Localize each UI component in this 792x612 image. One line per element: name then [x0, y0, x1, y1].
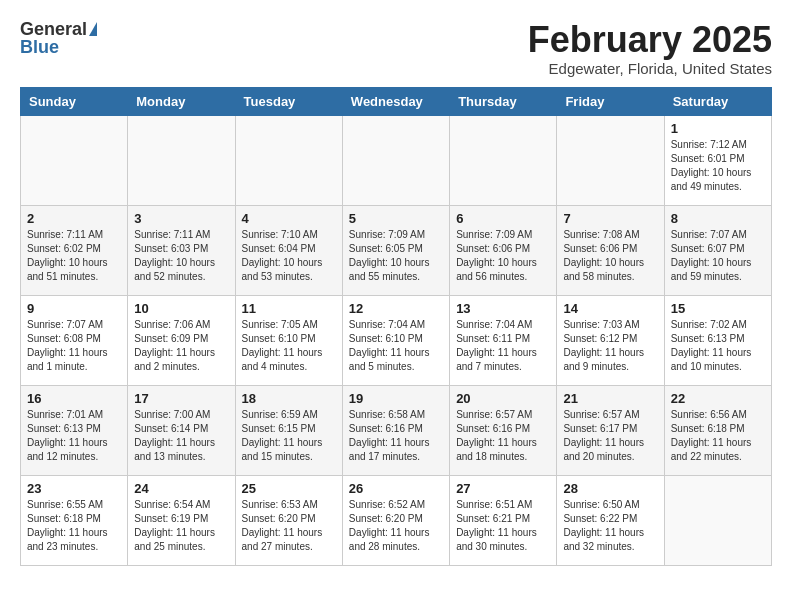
day-info: Sunrise: 6:58 AMSunset: 6:16 PMDaylight:…	[349, 408, 443, 464]
day-number: 22	[671, 391, 765, 406]
calendar-table: SundayMondayTuesdayWednesdayThursdayFrid…	[20, 87, 772, 566]
calendar-cell: 9Sunrise: 7:07 AMSunset: 6:08 PMDaylight…	[21, 295, 128, 385]
day-number: 17	[134, 391, 228, 406]
calendar-cell: 11Sunrise: 7:05 AMSunset: 6:10 PMDayligh…	[235, 295, 342, 385]
calendar-cell: 16Sunrise: 7:01 AMSunset: 6:13 PMDayligh…	[21, 385, 128, 475]
calendar-title: February 2025	[528, 20, 772, 60]
calendar-cell	[664, 475, 771, 565]
day-info: Sunrise: 6:52 AMSunset: 6:20 PMDaylight:…	[349, 498, 443, 554]
calendar-cell: 4Sunrise: 7:10 AMSunset: 6:04 PMDaylight…	[235, 205, 342, 295]
logo-general-text: General	[20, 20, 87, 38]
day-number: 3	[134, 211, 228, 226]
calendar-cell: 20Sunrise: 6:57 AMSunset: 6:16 PMDayligh…	[450, 385, 557, 475]
calendar-cell: 6Sunrise: 7:09 AMSunset: 6:06 PMDaylight…	[450, 205, 557, 295]
day-info: Sunrise: 7:04 AMSunset: 6:11 PMDaylight:…	[456, 318, 550, 374]
day-number: 4	[242, 211, 336, 226]
day-info: Sunrise: 6:56 AMSunset: 6:18 PMDaylight:…	[671, 408, 765, 464]
calendar-cell: 1Sunrise: 7:12 AMSunset: 6:01 PMDaylight…	[664, 115, 771, 205]
calendar-week-row: 9Sunrise: 7:07 AMSunset: 6:08 PMDaylight…	[21, 295, 772, 385]
day-info: Sunrise: 6:51 AMSunset: 6:21 PMDaylight:…	[456, 498, 550, 554]
day-number: 26	[349, 481, 443, 496]
day-info: Sunrise: 7:02 AMSunset: 6:13 PMDaylight:…	[671, 318, 765, 374]
day-info: Sunrise: 7:08 AMSunset: 6:06 PMDaylight:…	[563, 228, 657, 284]
calendar-cell	[128, 115, 235, 205]
calendar-cell: 15Sunrise: 7:02 AMSunset: 6:13 PMDayligh…	[664, 295, 771, 385]
day-info: Sunrise: 6:54 AMSunset: 6:19 PMDaylight:…	[134, 498, 228, 554]
day-info: Sunrise: 7:11 AMSunset: 6:02 PMDaylight:…	[27, 228, 121, 284]
day-info: Sunrise: 6:55 AMSunset: 6:18 PMDaylight:…	[27, 498, 121, 554]
day-number: 13	[456, 301, 550, 316]
logo-triangle-icon	[89, 22, 97, 36]
day-info: Sunrise: 7:07 AMSunset: 6:08 PMDaylight:…	[27, 318, 121, 374]
calendar-cell: 5Sunrise: 7:09 AMSunset: 6:05 PMDaylight…	[342, 205, 449, 295]
day-number: 10	[134, 301, 228, 316]
calendar-cell: 10Sunrise: 7:06 AMSunset: 6:09 PMDayligh…	[128, 295, 235, 385]
day-info: Sunrise: 7:07 AMSunset: 6:07 PMDaylight:…	[671, 228, 765, 284]
day-number: 15	[671, 301, 765, 316]
day-info: Sunrise: 6:50 AMSunset: 6:22 PMDaylight:…	[563, 498, 657, 554]
calendar-cell: 22Sunrise: 6:56 AMSunset: 6:18 PMDayligh…	[664, 385, 771, 475]
weekday-header-wednesday: Wednesday	[342, 87, 449, 115]
calendar-header: SundayMondayTuesdayWednesdayThursdayFrid…	[21, 87, 772, 115]
calendar-week-row: 2Sunrise: 7:11 AMSunset: 6:02 PMDaylight…	[21, 205, 772, 295]
day-info: Sunrise: 7:04 AMSunset: 6:10 PMDaylight:…	[349, 318, 443, 374]
page-header: General Blue February 2025 Edgewater, Fl…	[20, 20, 772, 77]
day-info: Sunrise: 7:00 AMSunset: 6:14 PMDaylight:…	[134, 408, 228, 464]
day-number: 20	[456, 391, 550, 406]
day-info: Sunrise: 7:10 AMSunset: 6:04 PMDaylight:…	[242, 228, 336, 284]
calendar-cell: 27Sunrise: 6:51 AMSunset: 6:21 PMDayligh…	[450, 475, 557, 565]
day-number: 25	[242, 481, 336, 496]
day-number: 7	[563, 211, 657, 226]
day-number: 28	[563, 481, 657, 496]
calendar-cell: 14Sunrise: 7:03 AMSunset: 6:12 PMDayligh…	[557, 295, 664, 385]
day-info: Sunrise: 6:57 AMSunset: 6:16 PMDaylight:…	[456, 408, 550, 464]
title-block: February 2025 Edgewater, Florida, United…	[528, 20, 772, 77]
calendar-cell: 26Sunrise: 6:52 AMSunset: 6:20 PMDayligh…	[342, 475, 449, 565]
day-number: 11	[242, 301, 336, 316]
calendar-body: 1Sunrise: 7:12 AMSunset: 6:01 PMDaylight…	[21, 115, 772, 565]
calendar-subtitle: Edgewater, Florida, United States	[528, 60, 772, 77]
calendar-week-row: 16Sunrise: 7:01 AMSunset: 6:13 PMDayligh…	[21, 385, 772, 475]
logo-blue-text: Blue	[20, 38, 59, 56]
day-number: 19	[349, 391, 443, 406]
weekday-header-tuesday: Tuesday	[235, 87, 342, 115]
day-number: 9	[27, 301, 121, 316]
calendar-week-row: 1Sunrise: 7:12 AMSunset: 6:01 PMDaylight…	[21, 115, 772, 205]
weekday-header-thursday: Thursday	[450, 87, 557, 115]
day-number: 5	[349, 211, 443, 226]
day-info: Sunrise: 6:59 AMSunset: 6:15 PMDaylight:…	[242, 408, 336, 464]
day-info: Sunrise: 6:53 AMSunset: 6:20 PMDaylight:…	[242, 498, 336, 554]
day-info: Sunrise: 7:09 AMSunset: 6:05 PMDaylight:…	[349, 228, 443, 284]
calendar-cell: 19Sunrise: 6:58 AMSunset: 6:16 PMDayligh…	[342, 385, 449, 475]
day-info: Sunrise: 6:57 AMSunset: 6:17 PMDaylight:…	[563, 408, 657, 464]
day-number: 23	[27, 481, 121, 496]
calendar-cell	[450, 115, 557, 205]
day-number: 27	[456, 481, 550, 496]
calendar-cell: 7Sunrise: 7:08 AMSunset: 6:06 PMDaylight…	[557, 205, 664, 295]
day-number: 21	[563, 391, 657, 406]
day-info: Sunrise: 7:05 AMSunset: 6:10 PMDaylight:…	[242, 318, 336, 374]
day-info: Sunrise: 7:03 AMSunset: 6:12 PMDaylight:…	[563, 318, 657, 374]
calendar-cell: 25Sunrise: 6:53 AMSunset: 6:20 PMDayligh…	[235, 475, 342, 565]
day-number: 18	[242, 391, 336, 406]
calendar-week-row: 23Sunrise: 6:55 AMSunset: 6:18 PMDayligh…	[21, 475, 772, 565]
calendar-cell: 12Sunrise: 7:04 AMSunset: 6:10 PMDayligh…	[342, 295, 449, 385]
day-number: 8	[671, 211, 765, 226]
calendar-cell	[342, 115, 449, 205]
calendar-cell: 23Sunrise: 6:55 AMSunset: 6:18 PMDayligh…	[21, 475, 128, 565]
calendar-cell	[235, 115, 342, 205]
day-info: Sunrise: 7:09 AMSunset: 6:06 PMDaylight:…	[456, 228, 550, 284]
day-number: 6	[456, 211, 550, 226]
calendar-cell: 3Sunrise: 7:11 AMSunset: 6:03 PMDaylight…	[128, 205, 235, 295]
calendar-cell	[21, 115, 128, 205]
calendar-cell: 2Sunrise: 7:11 AMSunset: 6:02 PMDaylight…	[21, 205, 128, 295]
logo: General Blue	[20, 20, 97, 56]
weekday-header-sunday: Sunday	[21, 87, 128, 115]
calendar-cell: 21Sunrise: 6:57 AMSunset: 6:17 PMDayligh…	[557, 385, 664, 475]
weekday-header-row: SundayMondayTuesdayWednesdayThursdayFrid…	[21, 87, 772, 115]
calendar-cell: 28Sunrise: 6:50 AMSunset: 6:22 PMDayligh…	[557, 475, 664, 565]
calendar-cell: 13Sunrise: 7:04 AMSunset: 6:11 PMDayligh…	[450, 295, 557, 385]
day-info: Sunrise: 7:12 AMSunset: 6:01 PMDaylight:…	[671, 138, 765, 194]
day-number: 24	[134, 481, 228, 496]
day-number: 16	[27, 391, 121, 406]
